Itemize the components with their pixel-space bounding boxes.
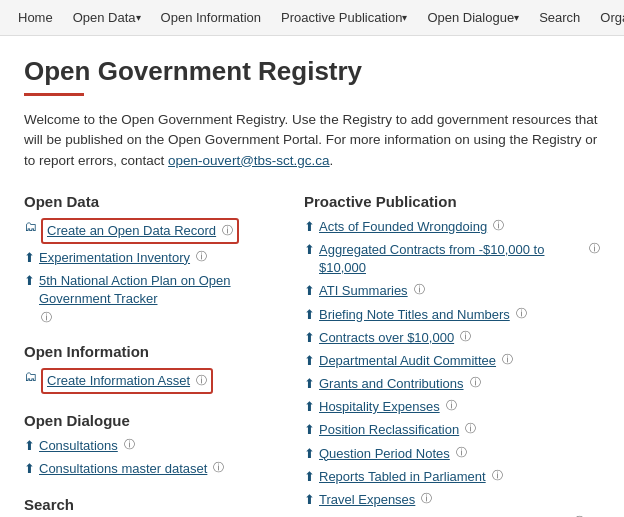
question-period-item: ⬆ Question Period Notes ⓘ xyxy=(304,445,600,463)
consultations-master-link[interactable]: Consultations master dataset xyxy=(39,460,207,478)
two-column-layout: Open Data 🗂 Create an Open Data Record ⓘ… xyxy=(24,193,600,517)
create-info-asset-info-icon[interactable]: ⓘ xyxy=(196,373,207,388)
departmental-audit-link[interactable]: Departmental Audit Committee xyxy=(319,352,496,370)
upload-icon-r9: ⬆ xyxy=(304,422,315,437)
consultations-master-info-icon[interactable]: ⓘ xyxy=(213,460,224,475)
consultations-info-icon[interactable]: ⓘ xyxy=(124,437,135,452)
nav-search[interactable]: Search xyxy=(529,0,590,36)
proactive-publication-title: Proactive Publication xyxy=(304,193,600,210)
upload-icon-r4: ⬆ xyxy=(304,307,315,322)
title-divider xyxy=(24,93,84,96)
nav-organizations[interactable]: Organizations xyxy=(590,0,624,36)
upload-icon-r3: ⬆ xyxy=(304,283,315,298)
ati-info-icon[interactable]: ⓘ xyxy=(414,282,425,297)
ati-summaries-item: ⬆ ATI Summaries ⓘ xyxy=(304,282,600,300)
reports-tabled-item: ⬆ Reports Tabled in Parliament ⓘ xyxy=(304,468,600,486)
upload-icon-r12: ⬆ xyxy=(304,492,315,507)
upload-icon-r5: ⬆ xyxy=(304,330,315,345)
create-open-data-highlight: Create an Open Data Record ⓘ xyxy=(41,218,239,244)
left-column: Open Data 🗂 Create an Open Data Record ⓘ… xyxy=(24,193,284,517)
contracts-over-item: ⬆ Contracts over $10,000 ⓘ xyxy=(304,329,600,347)
nav-open-dialogue[interactable]: Open Dialogue xyxy=(417,0,529,36)
consultations-link[interactable]: Consultations xyxy=(39,437,118,455)
upload-icon-r6: ⬆ xyxy=(304,353,315,368)
grants-contributions-item: ⬆ Grants and Contributions ⓘ xyxy=(304,375,600,393)
position-reclassification-item: ⬆ Position Reclassification ⓘ xyxy=(304,421,600,439)
hospitality-info-icon[interactable]: ⓘ xyxy=(446,398,457,413)
acts-founded-wrongdoing-item: ⬆ Acts of Founded Wrongdoing ⓘ xyxy=(304,218,600,236)
contact-link[interactable]: open-ouvert@tbs-sct.gc.ca xyxy=(168,153,330,168)
main-nav: Home Open Data Open Information Proactiv… xyxy=(0,0,624,36)
search-section-title: Search xyxy=(24,496,284,513)
upload-icon-r2: ⬆ xyxy=(304,242,315,257)
upload-icon-r10: ⬆ xyxy=(304,446,315,461)
upload-icon: ⬆ xyxy=(24,250,35,265)
page-title: Open Government Registry xyxy=(24,56,600,87)
contracts-info-icon[interactable]: ⓘ xyxy=(460,329,471,344)
travel-expenses-link[interactable]: Travel Expenses xyxy=(319,491,415,509)
national-action-plan-item: ⬆ 5th National Action Plan on Open Gover… xyxy=(24,272,284,324)
departmental-info-icon[interactable]: ⓘ xyxy=(502,352,513,367)
open-dialogue-section-title: Open Dialogue xyxy=(24,412,284,429)
create-open-data-info-icon[interactable]: ⓘ xyxy=(222,223,233,238)
main-content: Open Government Registry Welcome to the … xyxy=(0,36,624,517)
consultations-master-item: ⬆ Consultations master dataset ⓘ xyxy=(24,460,284,478)
experimentation-info-icon[interactable]: ⓘ xyxy=(196,249,207,264)
consultations-item: ⬆ Consultations ⓘ xyxy=(24,437,284,455)
create-info-asset-highlight: Create Information Asset ⓘ xyxy=(41,368,213,394)
experimentation-inventory-item: ⬆ Experimentation Inventory ⓘ xyxy=(24,249,284,267)
ati-summaries-link[interactable]: ATI Summaries xyxy=(319,282,408,300)
hospitality-expenses-item: ⬆ Hospitality Expenses ⓘ xyxy=(304,398,600,416)
right-column: Proactive Publication ⬆ Acts of Founded … xyxy=(304,193,600,517)
reports-tabled-link[interactable]: Reports Tabled in Parliament xyxy=(319,468,486,486)
create-information-asset-item: 🗂 Create Information Asset ⓘ xyxy=(24,368,284,394)
upload-icon-2: ⬆ xyxy=(24,273,35,288)
aggregated-contracts-link[interactable]: Aggregated Contracts from -$10,000 to $1… xyxy=(319,241,583,277)
intro-paragraph: Welcome to the Open Government Registry.… xyxy=(24,110,600,171)
action-plan-info-icon[interactable]: ⓘ xyxy=(41,311,52,323)
create-information-asset-link[interactable]: Create Information Asset xyxy=(47,372,190,390)
position-reclassification-link[interactable]: Position Reclassification xyxy=(319,421,459,439)
upload-icon-r7: ⬆ xyxy=(304,376,315,391)
create-open-data-link[interactable]: Create an Open Data Record xyxy=(47,222,216,240)
question-info-icon[interactable]: ⓘ xyxy=(456,445,467,460)
travel-expenses-item: ⬆ Travel Expenses ⓘ xyxy=(304,491,600,509)
upload-icon-r1: ⬆ xyxy=(304,219,315,234)
briefing-note-info-icon[interactable]: ⓘ xyxy=(516,306,527,321)
upload-icon-4: ⬆ xyxy=(24,461,35,476)
nav-home[interactable]: Home xyxy=(8,0,63,36)
contracts-over-link[interactable]: Contracts over $10,000 xyxy=(319,329,454,347)
grants-contributions-link[interactable]: Grants and Contributions xyxy=(319,375,464,393)
open-information-section-title: Open Information xyxy=(24,343,284,360)
upload-icon-3: ⬆ xyxy=(24,438,35,453)
acts-founded-wrongdoing-link[interactable]: Acts of Founded Wrongdoing xyxy=(319,218,487,236)
nav-open-data[interactable]: Open Data xyxy=(63,0,151,36)
departmental-audit-item: ⬆ Departmental Audit Committee ⓘ xyxy=(304,352,600,370)
folder-icon-2: 🗂 xyxy=(24,369,37,384)
question-period-link[interactable]: Question Period Notes xyxy=(319,445,450,463)
contact-suffix: . xyxy=(330,153,334,168)
nav-proactive-publication[interactable]: Proactive Publication xyxy=(271,0,417,36)
travel-info-icon[interactable]: ⓘ xyxy=(421,491,432,506)
experimentation-inventory-link[interactable]: Experimentation Inventory xyxy=(39,249,190,267)
reports-info-icon[interactable]: ⓘ xyxy=(492,468,503,483)
upload-icon-r8: ⬆ xyxy=(304,399,315,414)
create-open-data-record-item: 🗂 Create an Open Data Record ⓘ xyxy=(24,218,284,244)
national-action-plan-link[interactable]: 5th National Action Plan on Open Governm… xyxy=(39,273,231,306)
upload-icon-r11: ⬆ xyxy=(304,469,315,484)
aggregated-info-icon[interactable]: ⓘ xyxy=(589,241,600,256)
briefing-note-titles-item: ⬆ Briefing Note Titles and Numbers ⓘ xyxy=(304,306,600,324)
open-data-section-title: Open Data xyxy=(24,193,284,210)
nav-open-information[interactable]: Open Information xyxy=(151,0,271,36)
acts-info-icon[interactable]: ⓘ xyxy=(493,218,504,233)
aggregated-contracts-item: ⬆ Aggregated Contracts from -$10,000 to … xyxy=(304,241,600,277)
position-info-icon[interactable]: ⓘ xyxy=(465,421,476,436)
grants-info-icon[interactable]: ⓘ xyxy=(470,375,481,390)
hospitality-expenses-link[interactable]: Hospitality Expenses xyxy=(319,398,440,416)
briefing-note-titles-link[interactable]: Briefing Note Titles and Numbers xyxy=(319,306,510,324)
folder-icon: 🗂 xyxy=(24,219,37,234)
